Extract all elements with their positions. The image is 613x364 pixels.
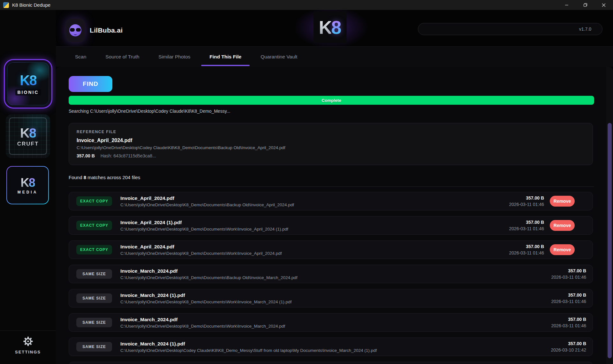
sidebar-app-k8-media[interactable]: K8 MEDIA [6,166,49,204]
match-row: SAME SIZE Invoice_March_2024.pdf C:\User… [69,265,593,283]
sidebar-divider [0,330,56,331]
match-meta: 357.00 B 2026-03-11 01:46 [551,292,587,304]
match-meta: 357.00 B 2026-03-10 21:42 [551,341,586,353]
remove-button[interactable]: Remove [550,244,575,255]
match-file-size: 357.00 B [509,244,544,249]
sidebar: K8 BIONIC K8 CRUFT K8 MEDIA SETTI [0,10,56,364]
match-type-badge: SAME SIZE [76,293,112,303]
reference-file-label: REFERENCE FILE [77,130,585,134]
tab-similar-photos[interactable]: Similar Photos [150,47,199,67]
searching-status: Searching C:\Users\jolly\OneDrive\Deskto… [69,109,230,114]
match-row: SAME SIZE Invoice_March_2024.pdf C:\User… [69,313,593,332]
match-row: EXACT COPY Invoice_April_2024.pdf C:\Use… [69,192,593,210]
brand: LilBuba.ai [66,19,123,42]
window-title: K8 Bionic Dedupe [12,2,50,8]
gear-icon [23,336,33,346]
match-row: SAME SIZE Invoice_March_2024 (1).pdf C:\… [69,337,593,356]
match-file-path: C:\Users\jolly\OneDrive\Desktop\K8_Demo\… [120,324,551,329]
match-row: EXACT COPY Invoice_April_2024.pdf C:\Use… [69,240,593,259]
lilbuba-avatar-icon [66,19,85,42]
match-file-name: Invoice_March_2024.pdf [120,317,551,322]
close-icon [602,3,606,7]
brand-name: LilBuba.ai [90,27,123,34]
sidebar-app-k8-cruft[interactable]: K8 CRUFT [6,114,50,158]
match-meta: 357.00 B 2026-03-11 01:46 [509,244,544,255]
match-file-path: C:\Users\jolly\OneDrive\Desktop\K8_Demo\… [120,275,551,280]
match-file-path: C:\Users\jolly\OneDrive\Desktop\K8_Demo\… [120,300,551,304]
k8-bionic-word: BIONIC [15,89,41,95]
remove-button[interactable]: Remove [550,220,575,231]
tab-bar: Scan Source of Truth Similar Photos Find… [56,46,613,67]
results-suffix: matches across 204 files [87,175,140,180]
match-file-date: 2026-03-11 01:46 [551,323,587,328]
progress-bar: Complete [69,96,594,105]
reference-file-meta: 357.00 B Hash: 643c87115d5e3ca8... [77,153,585,158]
match-file-path: C:\Users\jolly\OneDrive\Desktop\K8_Demo\… [120,202,509,207]
match-file-size: 357.00 B [551,341,586,346]
match-file-path: C:\Users\jolly\OneDrive\Desktop\Codey Cl… [120,348,551,353]
titlebar: K8 Bionic Dedupe [0,0,613,10]
match-file-name: Invoice_April_2024.pdf [120,195,509,201]
baby-face-icon [69,24,81,36]
match-file-name: Invoice_April_2024 (1).pdf [120,220,509,225]
match-file-date: 2026-03-11 01:46 [551,299,587,304]
match-meta: 357.00 B 2026-03-11 01:46 [551,317,587,328]
match-file-info: Invoice_April_2024.pdf C:\Users\jolly\On… [120,195,509,207]
match-file-info: Invoice_April_2024 (1).pdf C:\Users\joll… [120,220,509,231]
match-type-badge: SAME SIZE [76,342,112,352]
window-controls [557,0,613,10]
tab-quarantine-vault[interactable]: Quarantine Vault [252,47,306,67]
match-type-badge: EXACT COPY [76,245,112,254]
find-this-file-panel: FIND Complete Searching C:\Users\jolly\O… [56,67,613,364]
match-file-info: Invoice_March_2024.pdf C:\Users\jolly\On… [120,317,551,329]
results-prefix: Found [69,175,82,180]
sidebar-app-k8-bionic[interactable]: K8 BIONIC [4,59,52,109]
match-file-date: 2026-03-11 01:46 [509,202,544,207]
reference-file-size: 357.00 B [77,153,95,158]
minimize-icon [565,3,569,7]
main-area: LilBuba.ai K8 v1.7.0 Scan Source of Trut… [56,10,613,364]
match-file-info: Invoice_March_2024 (1).pdf C:\Users\joll… [120,341,551,353]
settings-button[interactable]: SETTINGS [0,336,56,354]
remove-button[interactable]: Remove [550,196,575,207]
media-k: K [20,176,28,189]
version-pill: v1.7.0 [418,23,602,35]
match-file-name: Invoice_March_2024 (1).pdf [120,292,551,298]
match-meta: 357.00 B 2026-03-11 01:46 [551,268,587,280]
match-type-badge: EXACT COPY [76,221,112,230]
match-file-size: 357.00 B [509,195,544,201]
settings-label: SETTINGS [0,350,56,354]
tab-source-of-truth[interactable]: Source of Truth [97,47,148,67]
k8-logo-8: 8 [331,17,341,38]
reference-file-hash: Hash: 643c87115d5e3ca8... [101,153,156,158]
match-file-size: 357.00 B [551,268,587,273]
reference-file-name: Invoice_April_2024.pdf [77,138,585,143]
matches-list: EXACT COPY Invoice_April_2024.pdf C:\Use… [69,192,593,362]
tab-scan[interactable]: Scan [67,47,95,67]
match-type-badge: SAME SIZE [76,269,112,279]
match-file-name: Invoice_April_2024.pdf [120,244,509,250]
app-header: LilBuba.ai K8 v1.7.0 [56,10,613,46]
match-file-info: Invoice_April_2024.pdf C:\Users\jolly\On… [120,244,509,256]
match-file-info: Invoice_March_2024.pdf C:\Users\jolly\On… [120,268,551,280]
scrollbar-track[interactable] [606,67,613,364]
match-file-path: C:\Users\jolly\OneDrive\Desktop\K8_Demo\… [120,251,509,256]
match-row: EXACT COPY Invoice_April_2024 (1).pdf C:… [69,216,593,235]
progress-status: Complete [322,98,341,103]
results-divider [69,186,594,187]
close-button[interactable] [594,0,613,10]
tab-find-this-file[interactable]: Find This File [201,47,250,67]
find-button[interactable]: FIND [69,76,112,92]
k8-bionic-logo-text: K8 [20,72,36,88]
version-label: v1.7.0 [579,27,591,32]
k8-media-word: MEDIA [18,190,38,194]
media-8: 8 [29,176,35,189]
app-window-icon [3,2,9,8]
match-type-badge: SAME SIZE [76,318,112,327]
minimize-button[interactable] [557,0,576,10]
match-file-size: 357.00 B [551,292,587,298]
circuit-frame [9,118,47,155]
maximize-button[interactable] [576,0,594,10]
scrollbar-thumb[interactable] [608,123,612,358]
match-type-badge: EXACT COPY [76,196,112,206]
